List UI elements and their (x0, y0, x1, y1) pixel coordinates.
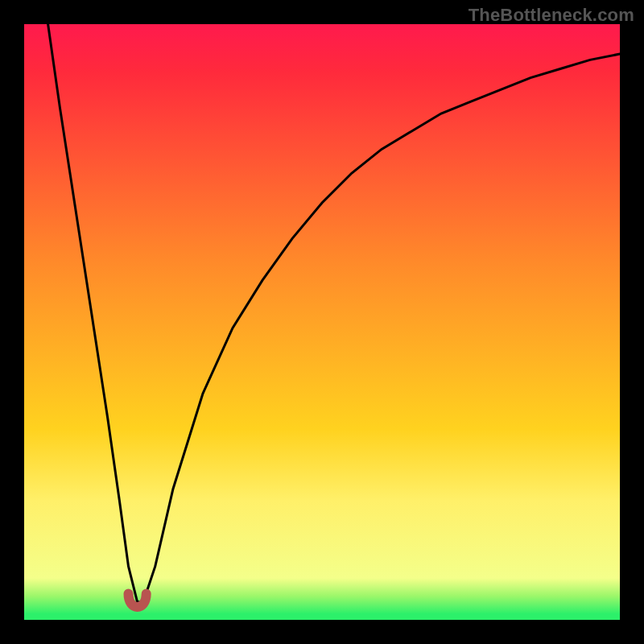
bottleneck-curve (48, 24, 620, 602)
plot-area (24, 24, 620, 620)
outer-frame: TheBottleneck.com (0, 0, 644, 644)
curve-svg (24, 24, 620, 620)
watermark-text: TheBottleneck.com (469, 5, 634, 26)
